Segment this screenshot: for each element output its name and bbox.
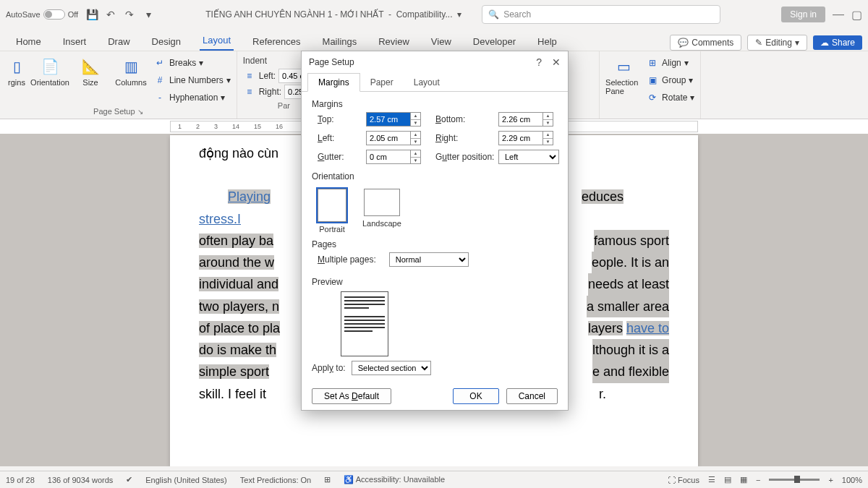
minimize-icon[interactable]: — bbox=[833, 8, 844, 21]
document-title: TIẾNG ANH CHUYÊN NGÀNH 1 - MỚI NHẤT - Co… bbox=[205, 9, 461, 20]
editing-button[interactable]: ✎ Editing ▾ bbox=[747, 35, 807, 51]
share-button[interactable]: ☁ Share bbox=[813, 35, 862, 50]
margin-left-input[interactable] bbox=[366, 131, 411, 145]
redo-icon[interactable]: ↷ bbox=[122, 7, 137, 22]
zoom-level[interactable]: 100% bbox=[842, 476, 862, 484]
margin-top-input[interactable] bbox=[366, 112, 411, 127]
help-icon[interactable]: ? bbox=[536, 56, 542, 68]
apply-to-select[interactable]: Selected sections bbox=[352, 361, 431, 375]
selection-pane-button[interactable]: ▭Selection Pane bbox=[605, 53, 642, 95]
landscape-option[interactable]: Landscape bbox=[359, 186, 404, 236]
web-layout-icon[interactable]: ▦ bbox=[740, 475, 747, 484]
read-mode-icon[interactable]: ☰ bbox=[708, 475, 715, 484]
left-label: Left: bbox=[318, 133, 357, 143]
right-label: Right: bbox=[435, 133, 490, 143]
margins-button[interactable]: ▯rgins bbox=[6, 53, 27, 87]
zoom-in-icon[interactable]: + bbox=[828, 476, 833, 484]
orientation-section: Orientation bbox=[312, 171, 558, 181]
gutter-input[interactable] bbox=[366, 150, 411, 164]
comments-button[interactable]: 💬 Comments bbox=[670, 35, 741, 51]
status-accessibility[interactable]: ♿ Accessibility: Unavailable bbox=[344, 475, 445, 484]
columns-button[interactable]: ▥Columns bbox=[113, 53, 149, 87]
portrait-option[interactable]: Portrait bbox=[315, 186, 349, 236]
tab-help[interactable]: Help bbox=[535, 33, 560, 51]
status-predictions[interactable]: Text Predictions: On bbox=[240, 476, 311, 484]
tab-layout[interactable]: Layout bbox=[200, 31, 234, 51]
line-numbers-button[interactable]: #Line Numbers ▾ bbox=[153, 72, 231, 88]
margin-right-input[interactable] bbox=[498, 131, 543, 145]
zoom-slider[interactable] bbox=[769, 479, 820, 481]
indent-right-icon: ≡ bbox=[243, 85, 256, 98]
preview-section: Preview bbox=[312, 277, 558, 287]
qat-more-icon[interactable]: ▾ bbox=[140, 7, 156, 22]
status-display[interactable]: ⊞ bbox=[324, 475, 331, 484]
orientation-button[interactable]: 📄Orientation bbox=[32, 53, 68, 87]
page-setup-dialog: Page Setup ? ✕ Margins Paper Layout Marg… bbox=[301, 51, 569, 411]
search-icon: 🔍 bbox=[488, 9, 499, 20]
tab-design[interactable]: Design bbox=[149, 33, 184, 51]
size-button[interactable]: 📐Size bbox=[72, 53, 109, 87]
margins-section: Margins bbox=[312, 99, 558, 109]
zoom-out-icon[interactable]: − bbox=[756, 476, 760, 484]
close-icon[interactable]: ✕ bbox=[552, 56, 561, 68]
focus-button[interactable]: ⛶ Focus bbox=[668, 476, 699, 484]
dialog-tab-paper[interactable]: Paper bbox=[360, 74, 404, 91]
tab-review[interactable]: Review bbox=[375, 33, 412, 51]
autosave-toggle[interactable]: AutoSave Off bbox=[6, 9, 78, 20]
bottom-label: Bottom: bbox=[435, 114, 490, 124]
multiple-pages-select[interactable]: Normal bbox=[389, 252, 469, 267]
print-layout-icon[interactable]: ▤ bbox=[724, 475, 731, 484]
gutter-pos-label: Gutter position: bbox=[435, 152, 490, 162]
status-page[interactable]: 19 of 28 bbox=[6, 476, 35, 484]
save-icon[interactable]: 💾 bbox=[84, 7, 100, 22]
align-button[interactable]: ⊞Align ▾ bbox=[646, 55, 694, 71]
signin-button[interactable]: Sign in bbox=[781, 7, 825, 22]
search-input[interactable]: 🔍 Search bbox=[482, 5, 720, 24]
group-page-setup: Page Setup ↘ bbox=[6, 106, 231, 117]
undo-icon[interactable]: ↶ bbox=[103, 7, 119, 22]
set-as-default-button[interactable]: Set As Default bbox=[312, 388, 391, 404]
margin-bottom-input[interactable] bbox=[498, 112, 543, 127]
group-button[interactable]: ▣Group ▾ bbox=[646, 72, 694, 88]
dialog-tab-layout[interactable]: Layout bbox=[404, 74, 450, 91]
spelling-icon[interactable]: ✔ bbox=[126, 475, 132, 484]
breaks-button[interactable]: ↵Breaks ▾ bbox=[153, 55, 231, 71]
restore-icon[interactable]: ▢ bbox=[851, 8, 862, 22]
tab-home[interactable]: Home bbox=[13, 33, 44, 51]
tab-draw[interactable]: Draw bbox=[105, 33, 132, 51]
tab-insert[interactable]: Insert bbox=[60, 33, 90, 51]
pages-section: Pages bbox=[312, 239, 558, 249]
dialog-tab-margins[interactable]: Margins bbox=[307, 73, 360, 92]
tab-developer[interactable]: Developer bbox=[470, 33, 519, 51]
tab-mailings[interactable]: Mailings bbox=[320, 33, 360, 51]
status-language[interactable]: English (United States) bbox=[145, 476, 227, 484]
hyphenation-button[interactable]: -Hyphenation ▾ bbox=[153, 90, 231, 106]
status-words[interactable]: 136 of 9034 words bbox=[48, 476, 114, 484]
top-label: Top: bbox=[318, 114, 357, 124]
preview-icon bbox=[341, 291, 388, 356]
ok-button[interactable]: OK bbox=[453, 388, 498, 404]
tab-references[interactable]: References bbox=[250, 33, 303, 51]
dialog-title: Page Setup bbox=[309, 57, 354, 67]
cancel-button[interactable]: Cancel bbox=[506, 388, 558, 404]
gutter-position-select[interactable]: Left bbox=[498, 150, 559, 164]
multiple-pages-label: Multiple pages: bbox=[318, 254, 376, 265]
gutter-label: Gutter: bbox=[318, 152, 357, 162]
rotate-button[interactable]: ⟳Rotate ▾ bbox=[646, 90, 694, 106]
indent-left-icon: ≡ bbox=[243, 69, 256, 82]
tab-view[interactable]: View bbox=[428, 33, 454, 51]
apply-to-label: Apply to: bbox=[312, 363, 346, 373]
